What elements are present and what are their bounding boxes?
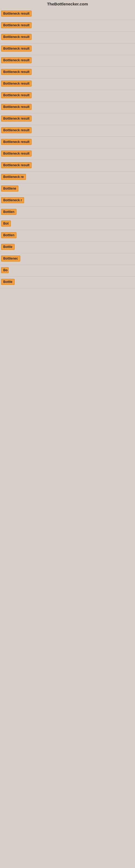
- result-row-12: Bottleneck result: [0, 148, 135, 160]
- bottleneck-badge-20[interactable]: Bottle: [1, 244, 14, 250]
- result-row-19: Bottlen: [0, 230, 135, 242]
- result-row-18: Bot: [0, 218, 135, 230]
- bottleneck-badge-1[interactable]: Bottleneck result: [1, 22, 32, 28]
- bottleneck-badge-13[interactable]: Bottleneck result: [1, 162, 32, 168]
- bottleneck-badge-14[interactable]: Bottleneck re: [1, 174, 26, 180]
- site-title: TheBottlenecker.com: [0, 0, 135, 8]
- result-row-22: Bo: [0, 265, 135, 277]
- bottleneck-badge-18[interactable]: Bot: [1, 220, 11, 226]
- result-row-17: Bottlen: [0, 207, 135, 218]
- result-row-9: Bottleneck result: [0, 113, 135, 125]
- bottleneck-badge-6[interactable]: Bottleneck result: [1, 81, 32, 87]
- result-row-13: Bottleneck result: [0, 160, 135, 172]
- bottleneck-badge-19[interactable]: Bottlen: [1, 232, 16, 238]
- result-row-1: Bottleneck result: [0, 20, 135, 32]
- bottleneck-badge-11[interactable]: Bottleneck result: [1, 139, 32, 145]
- bottleneck-badge-16[interactable]: Bottleneck r: [1, 197, 24, 203]
- result-row-7: Bottleneck result: [0, 90, 135, 102]
- result-row-11: Bottleneck result: [0, 137, 135, 148]
- result-row-14: Bottleneck re: [0, 172, 135, 183]
- result-row-10: Bottleneck result: [0, 125, 135, 137]
- result-row-21: Bottlenec: [0, 253, 135, 265]
- bottleneck-badge-8[interactable]: Bottleneck result: [1, 104, 32, 110]
- page-container: TheBottlenecker.com Bottleneck resultBot…: [0, 0, 135, 288]
- result-row-3: Bottleneck result: [0, 43, 135, 55]
- bottleneck-badge-3[interactable]: Bottleneck result: [1, 45, 32, 52]
- result-row-15: Bottlene: [0, 183, 135, 195]
- results-list: Bottleneck resultBottleneck resultBottle…: [0, 8, 135, 288]
- bottleneck-badge-2[interactable]: Bottleneck result: [1, 34, 32, 40]
- result-row-23: Bottle: [0, 277, 135, 288]
- result-row-8: Bottleneck result: [0, 102, 135, 113]
- result-row-0: Bottleneck result: [0, 8, 135, 20]
- bottleneck-badge-12[interactable]: Bottleneck result: [1, 151, 32, 156]
- result-row-2: Bottleneck result: [0, 32, 135, 43]
- bottleneck-badge-9[interactable]: Bottleneck result: [1, 116, 32, 122]
- bottleneck-badge-23[interactable]: Bottle: [1, 279, 14, 285]
- result-row-5: Bottleneck result: [0, 67, 135, 79]
- bottleneck-badge-10[interactable]: Bottleneck result: [1, 127, 32, 133]
- bottleneck-badge-21[interactable]: Bottlenec: [1, 255, 20, 261]
- bottleneck-badge-5[interactable]: Bottleneck result: [1, 69, 32, 75]
- result-row-16: Bottleneck r: [0, 195, 135, 207]
- result-row-6: Bottleneck result: [0, 79, 135, 90]
- bottleneck-badge-17[interactable]: Bottlen: [1, 209, 16, 215]
- result-row-4: Bottleneck result: [0, 55, 135, 67]
- bottleneck-badge-4[interactable]: Bottleneck result: [1, 57, 32, 63]
- bottleneck-badge-15[interactable]: Bottlene: [1, 186, 18, 191]
- bottleneck-badge-7[interactable]: Bottleneck result: [1, 92, 32, 98]
- result-row-20: Bottle: [0, 242, 135, 253]
- bottleneck-badge-0[interactable]: Bottleneck result: [1, 10, 32, 17]
- bottleneck-badge-22[interactable]: Bo: [1, 267, 9, 273]
